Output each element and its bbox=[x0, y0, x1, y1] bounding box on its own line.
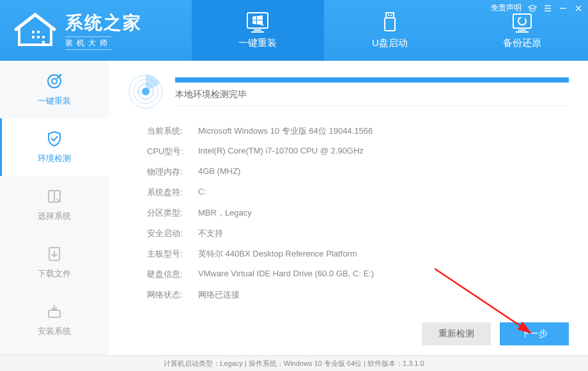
info-row-motherboard: 主板型号:英特尔 440BX Desktop Reference Platfor… bbox=[147, 244, 569, 264]
windows-icon bbox=[245, 12, 270, 33]
statusbar: 计算机启动类型：Legacy | 操作系统：Windows 10 专业版 64位… bbox=[0, 355, 588, 371]
next-button[interactable]: 下一步 bbox=[500, 322, 569, 345]
info-row-drive: 系统盘符:C: bbox=[147, 182, 569, 203]
svg-point-18 bbox=[52, 79, 57, 84]
info-row-cpu: CPU型号:Intel(R) Core(TM) i7-10700 CPU @ 2… bbox=[147, 141, 569, 162]
sidebar-item-install[interactable]: 安装系统 bbox=[0, 291, 109, 349]
radar-icon bbox=[128, 74, 164, 109]
logo-title: 系统之家 bbox=[65, 11, 142, 35]
main-content: 本地环境检测完毕 当前系统:Microsoft Windows 10 专业版 6… bbox=[109, 61, 588, 355]
sidebar-item-env-check[interactable]: 环境检测 bbox=[0, 118, 109, 176]
sidebar-item-download[interactable]: 下载文件 bbox=[0, 233, 109, 291]
sidebar-item-reinstall[interactable]: 一键重装 bbox=[0, 61, 109, 118]
svg-rect-5 bbox=[42, 41, 45, 43]
svg-rect-0 bbox=[32, 31, 35, 33]
sidebar-item-label: 下载文件 bbox=[38, 268, 71, 280]
disclaimer-link[interactable]: 免责声明 bbox=[491, 3, 522, 13]
minimize-icon[interactable] bbox=[559, 4, 568, 13]
tab-reinstall[interactable]: 一键重装 bbox=[192, 0, 324, 61]
svg-rect-11 bbox=[391, 15, 392, 16]
sidebar-item-label: 选择系统 bbox=[38, 210, 71, 222]
svg-rect-12 bbox=[385, 18, 395, 31]
tab-usb-boot[interactable]: U盘启动 bbox=[324, 0, 456, 61]
logo-house-icon bbox=[13, 12, 58, 50]
svg-rect-9 bbox=[386, 13, 394, 18]
shield-check-icon bbox=[45, 130, 63, 148]
svg-rect-7 bbox=[254, 29, 261, 31]
sidebar-item-select-system[interactable]: 选择系统 bbox=[0, 176, 109, 233]
close-icon[interactable] bbox=[574, 4, 583, 13]
logo-area: 系统之家 装机大师 bbox=[0, 0, 192, 61]
sidebar-item-label: 安装系统 bbox=[38, 326, 71, 337]
svg-rect-4 bbox=[42, 36, 45, 38]
svg-rect-2 bbox=[32, 36, 35, 38]
tab-label: U盘启动 bbox=[372, 37, 408, 49]
select-icon bbox=[45, 187, 63, 205]
install-icon bbox=[45, 303, 63, 320]
logo-subtitle: 装机大师 bbox=[65, 36, 111, 50]
target-icon bbox=[45, 72, 63, 90]
window-controls: 免责声明 bbox=[491, 3, 583, 13]
info-row-memory: 物理内存:4GB (MHZ) bbox=[147, 162, 569, 182]
header: 系统之家 装机大师 一键重装 U盘启动 bbox=[0, 0, 588, 61]
system-info-list: 当前系统:Microsoft Windows 10 专业版 64位 19044.… bbox=[128, 114, 569, 319]
info-row-disk: 硬盘信息:VMware Virtual IDE Hard Drive (60.0… bbox=[147, 264, 569, 285]
graduation-icon[interactable] bbox=[528, 4, 537, 13]
svg-rect-15 bbox=[518, 29, 526, 31]
info-row-partition: 分区类型:MBR，Legacy bbox=[147, 203, 569, 223]
svg-rect-8 bbox=[251, 31, 264, 33]
sidebar: 一键重装 环境检测 选择系统 下载文件 安装系统 bbox=[0, 61, 109, 355]
tab-label: 一键重装 bbox=[238, 37, 277, 49]
recheck-button[interactable]: 重新检测 bbox=[422, 322, 491, 345]
tab-label: 备份还原 bbox=[503, 37, 541, 49]
info-row-os: 当前系统:Microsoft Windows 10 专业版 64位 19044.… bbox=[147, 121, 569, 141]
svg-rect-13 bbox=[513, 14, 531, 28]
sidebar-item-label: 环境检测 bbox=[38, 153, 71, 164]
svg-rect-10 bbox=[388, 15, 389, 16]
sidebar-item-label: 一键重装 bbox=[38, 95, 71, 107]
usb-icon bbox=[377, 12, 403, 33]
backup-icon bbox=[509, 12, 535, 33]
download-icon bbox=[45, 245, 63, 263]
info-row-network: 网络状态:网络已连接 bbox=[147, 285, 569, 305]
info-row-secureboot: 安全启动:不支持 bbox=[147, 223, 569, 244]
svg-rect-21 bbox=[49, 310, 60, 317]
statusbar-text: 计算机启动类型：Legacy | 操作系统：Windows 10 专业版 64位… bbox=[164, 359, 424, 368]
menu-icon[interactable] bbox=[543, 4, 552, 13]
svg-rect-16 bbox=[516, 31, 529, 33]
svg-rect-1 bbox=[37, 31, 40, 33]
progress-bar bbox=[175, 77, 569, 83]
svg-rect-3 bbox=[37, 36, 40, 38]
detect-status: 本地环境检测完毕 bbox=[175, 89, 569, 106]
